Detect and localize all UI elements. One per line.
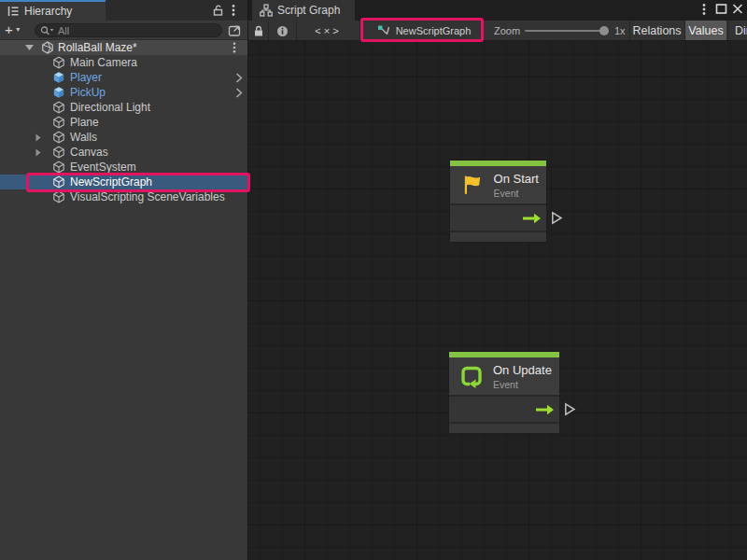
prefab-cube-icon [52, 71, 65, 84]
scene-name: RollaBall Maze* [58, 41, 137, 54]
prefab-expand-chevron-icon[interactable] [235, 88, 243, 98]
loop-icon [459, 364, 484, 388]
add-object-button[interactable]: + ▼ [5, 22, 29, 37]
breadcrumb-label: NewScriptGraph [396, 25, 472, 36]
tree-item-label: Main Camera [70, 56, 137, 69]
scene-header-row[interactable]: RollaBall Maze* [0, 40, 247, 55]
hierarchy-search-input[interactable]: All [35, 23, 222, 37]
node-title: On Start [494, 172, 539, 186]
hierarchy-panel: Hierarchy + ▼ All [0, 0, 247, 560]
script-graph-asset-icon [377, 24, 390, 37]
hierarchy-tab-label: Hierarchy [24, 5, 72, 18]
gameobject-cube-icon [52, 161, 65, 174]
script-graph-toolbar: <×> NewScriptGraph Zoom 1x Relations Val… [248, 21, 747, 41]
hierarchy-icon [7, 5, 20, 18]
tree-item-canvas[interactable]: Canvas [0, 145, 247, 160]
tree-item-label: Plane [70, 116, 99, 129]
tree-item-label: PickUp [70, 86, 106, 99]
node-on-update[interactable]: On Update Event [448, 351, 560, 434]
scene-menu-kebab-icon[interactable] [233, 42, 236, 53]
tree-item-label: NewScriptGraph [70, 175, 152, 189]
tree-item-visualscripting-scenevariables[interactable]: VisualScripting SceneVariables [0, 189, 247, 204]
output-port-icon[interactable] [551, 211, 563, 225]
tree-item-label: Walls [70, 131, 97, 144]
script-graph-tabbar: Script Graph [248, 0, 747, 21]
node-footer [450, 232, 546, 242]
tree-item-pickup[interactable]: PickUp [0, 85, 247, 100]
code-angle-brackets-icon: <×> [315, 25, 341, 36]
lock-icon [253, 25, 264, 37]
node-output-row [449, 395, 559, 424]
unlock-icon[interactable] [212, 4, 224, 17]
node-subtitle: Event [493, 379, 552, 390]
graph-canvas[interactable]: On Start Event [248, 41, 747, 560]
tab-script-graph[interactable]: Script Graph [252, 0, 355, 21]
relations-button[interactable]: Relations [629, 21, 684, 41]
gameobject-cube-icon [52, 131, 65, 144]
expand-triangle-icon[interactable] [35, 148, 41, 157]
node-on-start[interactable]: On Start Event [449, 160, 547, 243]
tree-item-label: EventSystem [70, 161, 136, 174]
gameobject-cube-icon [52, 116, 65, 129]
graph-icon [260, 4, 273, 17]
output-port-icon[interactable] [564, 402, 576, 416]
hierarchy-menu-kebab-icon[interactable] [232, 4, 235, 17]
gameobject-cube-icon [52, 146, 65, 159]
node-header: On Update Event [449, 357, 559, 395]
tree-item-eventsystem[interactable]: EventSystem [0, 160, 247, 175]
info-button[interactable] [269, 21, 297, 41]
script-graph-tab-label: Script Graph [277, 4, 340, 17]
plus-icon: + [5, 23, 13, 36]
node-title: On Update [493, 363, 552, 377]
tree-item-label: Canvas [70, 146, 108, 159]
trigger-arrow-icon [535, 404, 555, 415]
tree-item-main-camera[interactable]: Main Camera [0, 55, 247, 70]
gameobject-cube-icon [52, 101, 65, 114]
node-header: On Start Event [450, 166, 546, 203]
api-button[interactable]: <×> [297, 21, 360, 41]
tree-item-newscriptgraph[interactable]: NewScriptGraph [0, 175, 247, 189]
dropdown-caret-icon: ▼ [15, 23, 21, 36]
search-icon [40, 25, 54, 36]
window-menu-kebab-icon[interactable] [702, 3, 706, 16]
values-button[interactable]: Values [684, 21, 726, 41]
zoom-value: 1x [614, 25, 626, 36]
dim-button[interactable]: Dim [727, 21, 747, 41]
close-icon[interactable] [732, 3, 743, 15]
tree-item-player[interactable]: Player [0, 70, 247, 85]
tree-item-label: Directional Light [70, 101, 150, 114]
tab-hierarchy[interactable]: Hierarchy [0, 0, 106, 21]
graph-breadcrumb-button[interactable]: NewScriptGraph [363, 21, 485, 41]
maximize-icon[interactable] [715, 3, 727, 15]
prefab-expand-chevron-icon[interactable] [235, 73, 243, 83]
tree-item-directional-light[interactable]: Directional Light [0, 100, 247, 115]
unity-logo-icon [41, 41, 54, 54]
zoom-label: Zoom [494, 25, 520, 36]
zoom-slider-knob[interactable] [599, 26, 609, 35]
prefab-cube-icon [52, 86, 65, 99]
hierarchy-toolbar: + ▼ All [0, 21, 247, 40]
gameobject-cube-icon [52, 190, 65, 203]
zoom-slider[interactable] [525, 30, 607, 32]
collapse-triangle-icon[interactable] [25, 45, 34, 50]
node-output-row [450, 203, 546, 232]
info-icon [276, 25, 289, 37]
node-subtitle: Event [494, 188, 539, 199]
script-graph-panel: Script Graph <×> [247, 0, 747, 560]
tree-item-label: Player [70, 71, 102, 84]
gameobject-cube-icon [52, 175, 65, 189]
node-footer [449, 424, 559, 433]
search-popout-icon[interactable] [228, 23, 242, 37]
tree-item-walls[interactable]: Walls [0, 130, 247, 145]
hierarchy-tabbar: Hierarchy [0, 0, 247, 21]
trigger-arrow-icon [522, 213, 542, 224]
tree-item-label: VisualScripting SceneVariables [70, 190, 225, 203]
tree-item-plane[interactable]: Plane [0, 115, 247, 130]
flag-icon [460, 173, 485, 197]
expand-triangle-icon[interactable] [35, 133, 41, 142]
search-placeholder: All [58, 25, 69, 36]
gameobject-cube-icon [52, 56, 65, 69]
lock-button[interactable] [248, 21, 269, 41]
